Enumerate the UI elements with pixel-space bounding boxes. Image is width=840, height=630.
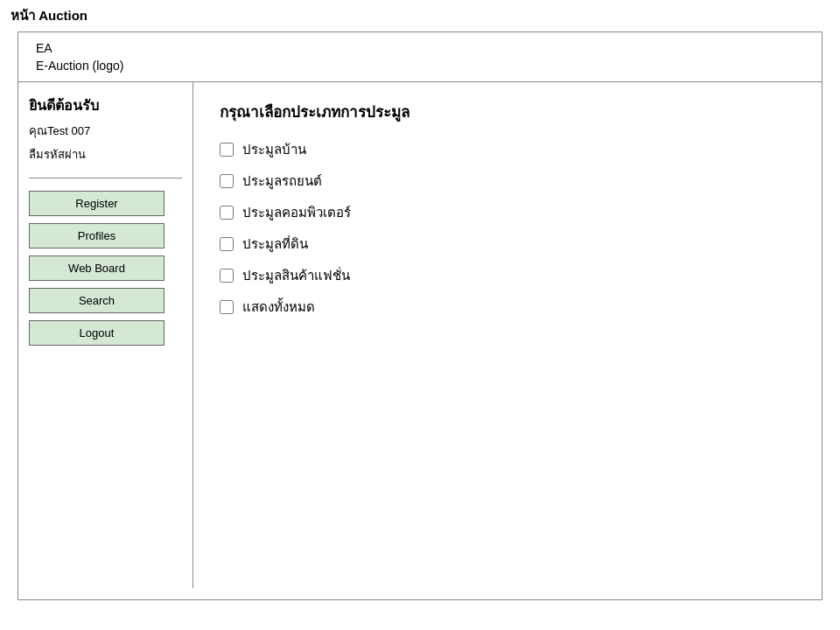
- checkbox-fashion-label: ประมูลสินค้าแฟชั่น: [242, 265, 350, 286]
- checkbox-fashion[interactable]: [220, 269, 234, 283]
- checkbox-car-item: ประมูลรถยนต์: [220, 171, 795, 192]
- checkbox-computer[interactable]: [220, 206, 234, 220]
- logout-button[interactable]: Logout: [29, 320, 164, 346]
- search-button[interactable]: Search: [29, 288, 164, 313]
- checkbox-land-label: ประมูลที่ดิน: [242, 234, 308, 255]
- section-title: กรุณาเลือกประเภทการประมูล: [220, 100, 795, 123]
- checkbox-car[interactable]: [220, 174, 234, 188]
- checkbox-house-label: ประมูลบ้าน: [242, 139, 306, 160]
- sidebar: ยินดีต้อนรับ คุณTest 007 ลืมรหัสผ่าน Reg…: [18, 82, 193, 588]
- checkbox-land[interactable]: [220, 237, 234, 251]
- page-title: หน้า Auction: [0, 0, 840, 32]
- checkbox-house[interactable]: [220, 143, 234, 157]
- checkbox-all-item: แสดงทั้งหมด: [220, 297, 795, 318]
- checkbox-all[interactable]: [220, 300, 234, 314]
- checkbox-computer-label: ประมูลคอมพิวเตอร์: [242, 202, 351, 223]
- checkbox-all-label: แสดงทั้งหมด: [242, 297, 315, 318]
- webboard-button[interactable]: Web Board: [29, 256, 164, 281]
- header-section: EA E-Auction (logo): [18, 32, 822, 82]
- checkbox-car-label: ประมูลรถยนต์: [242, 171, 322, 192]
- checkbox-house-item: ประมูลบ้าน: [220, 139, 795, 160]
- forgot-password-link[interactable]: ลืมรหัสผ่าน: [29, 145, 182, 164]
- header-logo: E-Auction (logo): [36, 59, 804, 73]
- register-button[interactable]: Register: [29, 191, 164, 216]
- header-ea: EA: [36, 41, 804, 55]
- main-content: กรุณาเลือกประเภทการประมูล ประมูลบ้าน ประ…: [193, 82, 822, 588]
- main-container: EA E-Auction (logo) ยินดีต้อนรับ คุณTest…: [18, 32, 822, 600]
- checkbox-fashion-item: ประมูลสินค้าแฟชั่น: [220, 265, 795, 286]
- checkbox-computer-item: ประมูลคอมพิวเตอร์: [220, 202, 795, 223]
- welcome-text: ยินดีต้อนรับ: [29, 94, 182, 116]
- profiles-button[interactable]: Profiles: [29, 223, 164, 248]
- content-area: ยินดีต้อนรับ คุณTest 007 ลืมรหัสผ่าน Reg…: [18, 82, 822, 588]
- user-name: คุณTest 007: [29, 122, 182, 140]
- checkbox-land-item: ประมูลที่ดิน: [220, 234, 795, 255]
- sidebar-divider: [29, 178, 182, 178]
